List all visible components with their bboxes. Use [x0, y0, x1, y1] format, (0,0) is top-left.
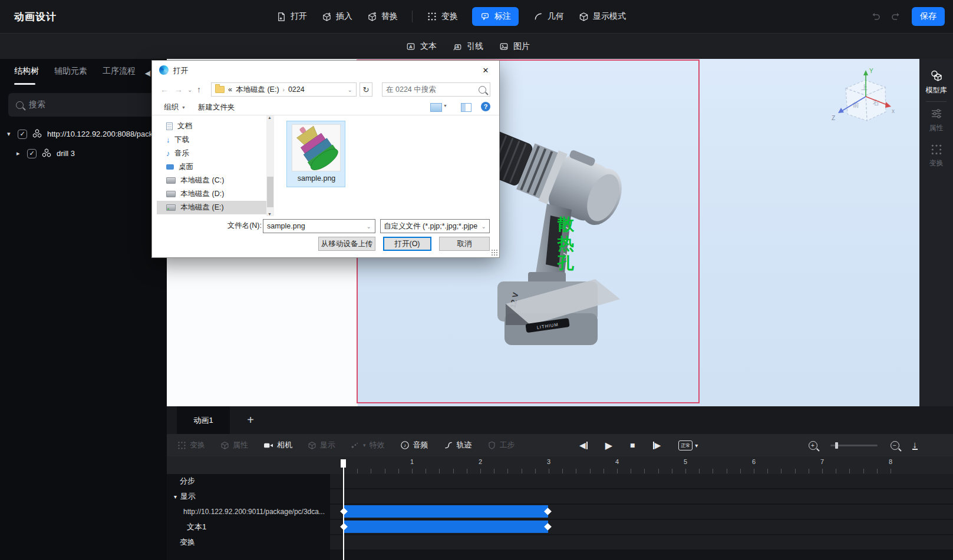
caret-right-icon[interactable]: ▸ — [17, 150, 22, 157]
nav-item-desktop[interactable]: 桌面 — [157, 160, 266, 174]
filename-input[interactable]: sample.png ⌄ — [263, 219, 375, 233]
row-label-step[interactable]: 分步 — [180, 474, 195, 488]
dialog-search-input[interactable]: 在 0224 中搜索 — [382, 82, 490, 97]
tree-item-package[interactable]: ▾ ✓ http://10.122.92.200:8088/pack... — [7, 129, 159, 139]
transform-button[interactable]: 变换 — [427, 11, 458, 22]
model-library-button[interactable]: 模型库 — [919, 69, 953, 95]
row-label-display[interactable]: ▾ 显示 — [174, 489, 196, 503]
geometry-button[interactable]: 几何 — [533, 11, 564, 22]
filename-dropdown-icon[interactable]: ⌄ — [367, 223, 371, 230]
row-label-package-url[interactable]: http://10.122.92.200:9011/package/pc/3dc… — [183, 505, 325, 519]
file-type-filter-select[interactable]: 自定义文件 (*.pjp;*.jpg;*.pjpe ⌄ — [380, 219, 490, 233]
tree-item-label[interactable]: http://10.122.92.200:8088/pack... — [47, 130, 159, 138]
scrollbar-thumb[interactable] — [267, 177, 273, 207]
timeline-zoom-in-icon[interactable]: + — [809, 441, 817, 450]
heat-hole-annotation[interactable]: 散 热 孔 — [557, 215, 575, 272]
caret-down-icon[interactable]: ▾ — [7, 130, 13, 138]
export-download-icon[interactable]: ↓ — [912, 440, 918, 450]
upload-from-device-button[interactable]: 从移动设备上传 — [318, 237, 375, 251]
view-cube[interactable]: 上 前 右 Y Z x — [828, 66, 899, 134]
collapse-panel-icon[interactable]: ◀| — [145, 69, 150, 77]
timeline-ruler[interactable]: 0 1 2 3 4 5 6 7 8 — [167, 456, 953, 474]
scroll-down-icon[interactable]: ▼ — [268, 212, 272, 216]
view-thumbnails-icon[interactable] — [430, 103, 442, 112]
caret-down-icon[interactable]: ▾ — [174, 493, 177, 500]
tab-structure-tree[interactable]: 结构树 — [14, 66, 39, 77]
row-label-text1[interactable]: 文本1 — [187, 520, 206, 534]
undo-icon[interactable] — [869, 11, 881, 22]
close-icon[interactable]: ✕ — [478, 64, 493, 76]
display-mode-button[interactable]: 显示模式 — [578, 11, 626, 22]
nav-up-icon[interactable]: ↑ — [197, 85, 201, 94]
file-tile-sample-png[interactable]: sample.png — [286, 121, 345, 187]
open-button[interactable]: 打开 — [276, 11, 307, 22]
dialog-open-button[interactable]: 打开(O) — [383, 237, 431, 251]
nav-history-chevron-icon[interactable]: ⌄ — [187, 87, 192, 93]
add-animation-button[interactable]: + — [242, 412, 259, 428]
timeline-track-button[interactable]: 轨迹 — [444, 440, 472, 450]
nav-forward-icon[interactable]: → — [174, 85, 183, 94]
view-dropdown-icon[interactable]: ▼ — [443, 104, 447, 108]
redo-icon[interactable] — [891, 11, 902, 22]
dialog-titlebar[interactable]: 打开 ✕ — [152, 61, 499, 79]
step-backward-button[interactable]: ◀ — [579, 440, 588, 450]
timeline-display-button[interactable]: 显示 — [308, 440, 335, 450]
address-breadcrumb[interactable]: « 本地磁盘 (E:) › 0224 ⌄ — [211, 82, 357, 97]
timeline-camera-button[interactable]: 相机 — [263, 440, 292, 450]
nav-item-downloads[interactable]: ↓下载 — [157, 133, 266, 147]
breadcrumb-drive[interactable]: 本地磁盘 (E:) — [236, 85, 279, 95]
timeline-zoom-slider[interactable] — [830, 445, 878, 446]
save-button[interactable]: 保存 — [912, 7, 945, 26]
step-forward-button[interactable]: ▶ — [653, 440, 661, 450]
timeline-audio-button[interactable]: ♪ 音频 — [400, 440, 428, 450]
play-speed-button[interactable]: 正常 ▾ — [678, 440, 698, 450]
nav-item-drive-c[interactable]: 本地磁盘 (C:) — [157, 174, 266, 187]
replace-button[interactable]: 替换 — [367, 11, 398, 22]
playhead-handle[interactable] — [341, 459, 346, 468]
dialog-resize-grip[interactable] — [491, 249, 497, 256]
track-row[interactable] — [330, 474, 953, 488]
checkbox[interactable]: ✓ — [18, 130, 27, 139]
nav-back-icon[interactable]: ← — [160, 85, 169, 94]
insert-button[interactable]: 插入 — [321, 11, 352, 22]
timeline-step-button[interactable]: 工步 — [487, 440, 515, 450]
row-label-transform[interactable]: 变换 — [180, 535, 195, 549]
breadcrumb-folder[interactable]: 0224 — [288, 85, 305, 94]
dialog-scrollbar[interactable]: ▲ ▼ — [266, 115, 274, 216]
nav-item-documents[interactable]: 文档 — [157, 120, 266, 133]
properties-button[interactable]: 属性 — [919, 107, 953, 133]
address-dropdown-icon[interactable]: ⌄ — [348, 87, 352, 93]
preview-pane-icon[interactable] — [461, 103, 471, 112]
image-tool-button[interactable]: 图片 — [499, 41, 530, 52]
slider-knob[interactable] — [835, 442, 838, 449]
tab-process-flow[interactable]: 工序流程 — [103, 66, 136, 77]
timeline-zoom-out-icon[interactable]: − — [891, 441, 899, 450]
checkbox[interactable]: ✓ — [27, 149, 37, 158]
text-tool-button[interactable]: A 文本 — [405, 41, 437, 52]
annotate-button[interactable]: 标注 — [472, 7, 519, 26]
refresh-icon[interactable]: ↻ — [360, 82, 372, 97]
stop-button[interactable]: ■ — [630, 440, 635, 450]
organize-button[interactable]: 组织 ▼ — [164, 102, 186, 112]
timeline-bar-package[interactable] — [344, 505, 548, 518]
play-button[interactable]: ▶ — [605, 440, 612, 451]
transform-rail-button[interactable]: 变换 — [919, 144, 953, 168]
track-row[interactable] — [330, 535, 953, 549]
search-input[interactable]: 搜索 — [8, 93, 157, 117]
nav-item-drive-d[interactable]: 本地磁盘 (D:) — [157, 187, 266, 201]
help-icon[interactable]: ? — [481, 102, 490, 111]
dialog-cancel-button[interactable]: 取消 — [439, 237, 490, 251]
track-row[interactable] — [330, 489, 953, 503]
tree-item-label[interactable]: drill 3 — [57, 149, 75, 158]
leader-tool-button[interactable]: A 引线 — [452, 41, 483, 52]
timeline-effects-button[interactable]: ▾ 特效 — [351, 440, 385, 450]
new-folder-button[interactable]: 新建文件夹 — [198, 102, 235, 112]
tree-item-drill3[interactable]: ▸ ✓ drill 3 — [17, 148, 75, 158]
timeline-transform-button[interactable]: 变换 — [177, 440, 205, 450]
tab-auxiliary-elements[interactable]: 辅助元素 — [54, 66, 87, 77]
timeline-properties-button[interactable]: 属性 — [220, 440, 248, 450]
animation-tab[interactable]: 动画1 — [177, 406, 230, 434]
nav-item-drive-e[interactable]: 本地磁盘 (E:) — [157, 201, 266, 214]
timeline-bar-text1[interactable] — [344, 521, 548, 533]
viewcube-face-top[interactable]: 上 — [861, 84, 868, 91]
